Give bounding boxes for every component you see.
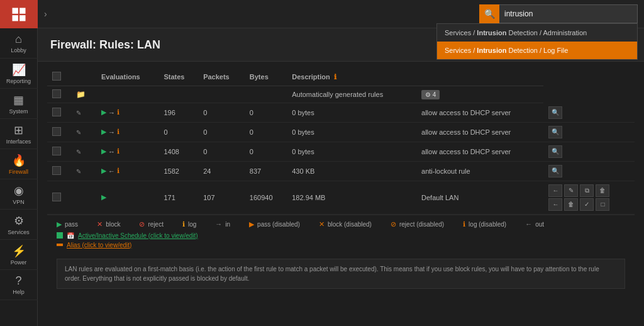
col-states: States [158, 68, 198, 86]
svg-rect-3 [19, 15, 25, 21]
vpn-icon: ◉ [14, 184, 24, 198]
firewall-icon: 🔥 [12, 154, 26, 167]
row-checkbox [47, 103, 71, 123]
lobby-icon: ⌂ [15, 33, 22, 46]
reporting-icon: 📈 [12, 63, 26, 77]
col-evaluations: Evaluations [96, 68, 158, 86]
col-bytes: Bytes [245, 68, 287, 86]
schedule-label[interactable]: Active/Inactive Schedule (click to view/… [78, 232, 198, 239]
row-edit: ✎ [71, 142, 96, 161]
reject-icon: ⊘ [139, 220, 145, 228]
col-packets: Packets [198, 68, 245, 86]
reject-disabled-icon: ⊘ [391, 220, 396, 228]
app-logo[interactable] [0, 0, 38, 28]
sidebar-label-services: Services [8, 229, 30, 235]
move-up-btn[interactable]: ← [548, 184, 562, 197]
copy-btn[interactable]: ⧉ [580, 184, 594, 197]
search-btn[interactable]: 🔍 [548, 165, 562, 177]
rule-flow: ▶ ← ℹ [101, 167, 153, 175]
sidebar-item-reporting[interactable]: 📈 Reporting [0, 59, 38, 89]
row-actions-4: 🔍 [548, 165, 630, 177]
sidebar-label-lobby: Lobby [11, 47, 26, 53]
legend-pass: ▶ pass [57, 220, 78, 228]
sidebar-item-firewall[interactable]: 🔥 Firewall [0, 149, 38, 179]
block-btn[interactable]: □ [596, 198, 609, 211]
row-desc-0: Automatically generated rules [287, 86, 416, 103]
delete-btn[interactable]: 🗑 [596, 184, 609, 197]
search-result-2[interactable]: Services / Intrusion Detection / Log Fil… [437, 42, 637, 59]
sidebar-label-help: Help [13, 289, 25, 295]
main-content: › 🔍 Services / Intrusion Detection / Adm… [38, 0, 644, 326]
sidebar-item-system[interactable]: ▦ System [0, 89, 38, 119]
move-down-btn[interactable]: ← [548, 198, 562, 211]
search-btn[interactable]: 🔍 [548, 106, 562, 119]
legend-log: ℹ log [182, 220, 196, 228]
search-input[interactable] [499, 4, 638, 23]
row-actions-5: ← ✎ ⧉ 🗑 [548, 184, 630, 197]
block-icon: ✕ [97, 220, 103, 228]
search-container: 🔍 Services / Intrusion Detection / Admin… [479, 4, 638, 23]
table-row: ✎ ▶ ↔ ℹ 1408 0 0 0 bytes allow access to… [47, 142, 635, 161]
log-disabled-icon: ℹ [463, 220, 465, 228]
sidebar-label-reporting: Reporting [6, 78, 31, 84]
sidebar-item-interfaces[interactable]: ⊞ Interfaces [0, 119, 38, 149]
svg-rect-0 [12, 8, 18, 13]
svg-rect-2 [12, 15, 18, 21]
table-row: ✎ ▶ → ℹ 196 0 0 0 bytes allow access to … [47, 103, 635, 123]
row-desc-5: Default LAN [416, 181, 543, 214]
table-content: Evaluations States Packets Bytes Descrip… [38, 62, 644, 326]
search-btn[interactable]: 🔍 [548, 145, 562, 158]
row-edit [71, 181, 96, 214]
sidebar-item-vpn[interactable]: ◉ VPN [0, 179, 38, 210]
row-desc-3: allow access to DHCP server [416, 142, 543, 161]
topbar: › 🔍 Services / Intrusion Detection / Adm… [38, 0, 644, 28]
rule-flow: ▶ → ℹ [101, 128, 153, 136]
check-btn[interactable]: ✓ [580, 198, 594, 211]
schedule-calendar-icon: 📅 [67, 232, 74, 239]
page-title: Firewall: Rules: LAN [50, 38, 160, 52]
alias-label[interactable]: Alias (click to view/edit) [67, 242, 131, 249]
power-icon: ⚡ [12, 244, 26, 258]
rule-flow: ▶ [101, 193, 153, 201]
block-disabled-icon: ✕ [319, 220, 325, 228]
sidebar-label-system: System [9, 108, 28, 115]
schedule-row: 📅 Active/Inactive Schedule (click to vie… [57, 232, 625, 239]
legend-out: ← out [525, 220, 544, 228]
table-row: 📁 Automatically generated rules ⚙ 4 [47, 86, 635, 103]
col-actions [416, 68, 543, 86]
sidebar-label-firewall: Firewall [9, 169, 28, 175]
pass-icon: ▶ [57, 220, 62, 228]
nav-chevron[interactable]: › [44, 9, 47, 19]
row-checkbox [47, 161, 71, 181]
legend-log-disabled: ℹ log (disabled) [463, 220, 506, 228]
rule-flow: ▶ ↔ ℹ [101, 147, 153, 155]
search-button[interactable]: 🔍 [479, 4, 499, 23]
description-info-icon: ℹ [334, 73, 336, 81]
out-icon: ← [525, 220, 532, 228]
sidebar-item-power[interactable]: ⚡ Power [0, 240, 38, 270]
alias-row: Alias (click to view/edit) [57, 242, 625, 249]
note-box: LAN rules are evaluated on a first-match… [57, 259, 625, 289]
legend: ▶ pass ✕ block ⊘ reject ℹ log → in [47, 215, 635, 254]
row-actions-5b: ← 🗑 ✓ □ [548, 198, 630, 211]
col-description: Description ℹ [287, 68, 416, 86]
sidebar-label-interfaces: Interfaces [6, 138, 31, 145]
legend-row-1: ▶ pass ✕ block ⊘ reject ℹ log → in [57, 220, 625, 228]
edit-btn[interactable]: ✎ [564, 184, 578, 197]
svg-rect-1 [19, 8, 25, 13]
sidebar-item-services[interactable]: ⚙ Services [0, 210, 38, 240]
alias-icon [57, 244, 63, 246]
log-icon: ℹ [182, 220, 185, 228]
search-btn[interactable]: 🔍 [548, 126, 562, 138]
sidebar-item-lobby[interactable]: ⌂ Lobby [0, 28, 38, 59]
row-checkbox [47, 181, 71, 214]
legend-block: ✕ block [97, 220, 120, 228]
sidebar-label-power: Power [11, 259, 27, 266]
delete2-btn[interactable]: 🗑 [564, 198, 578, 211]
in-icon: → [215, 220, 222, 228]
badge-count: ⚙ 4 [421, 90, 440, 99]
search-result-1[interactable]: Services / Intrusion Detection / Adminis… [437, 24, 637, 42]
row-actions-2: 🔍 [548, 126, 630, 138]
rule-flow: ▶ → ℹ [101, 108, 153, 116]
sidebar-item-help[interactable]: ? Help [0, 270, 38, 300]
